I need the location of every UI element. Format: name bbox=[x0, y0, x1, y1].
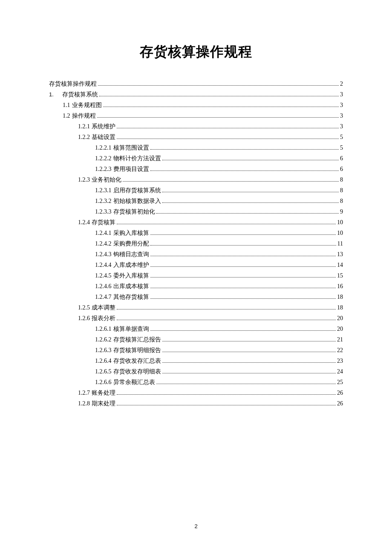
toc-entry[interactable]: 1.2.4.7其他存货核算18 bbox=[49, 292, 343, 302]
toc-text: 成本调整 bbox=[92, 302, 115, 313]
toc-page: 21 bbox=[337, 334, 343, 345]
toc-entry[interactable]: 1.2.1系统维护3 bbox=[49, 121, 343, 132]
toc-entry[interactable]: 1.2.6.3存货核算明细报告22 bbox=[49, 345, 343, 356]
toc-entry[interactable]: 1.2.6报表分析20 bbox=[49, 313, 343, 324]
toc-page: 18 bbox=[337, 302, 343, 313]
toc-text: 出库成本核算 bbox=[113, 281, 149, 292]
toc-text: 核算单据查询 bbox=[113, 324, 149, 334]
toc-number: 1.2.4 bbox=[78, 217, 90, 228]
toc-leader bbox=[162, 341, 336, 341]
toc-leader bbox=[117, 309, 336, 309]
toc-entry[interactable]: 1.2.2.1核算范围设置5 bbox=[49, 142, 343, 153]
toc-page: 24 bbox=[337, 366, 343, 377]
toc-leader bbox=[103, 107, 339, 107]
toc-leader bbox=[150, 330, 336, 331]
toc-entry[interactable]: 1.2.6.2存货核算汇总报告21 bbox=[49, 334, 343, 345]
toc-text: 存货核算汇总报告 bbox=[113, 334, 161, 345]
toc-entry[interactable]: 1.2.4.5委外入库核算15 bbox=[49, 270, 343, 281]
toc-leader bbox=[162, 192, 339, 192]
toc-entry[interactable]: 存货核算操作规程2 bbox=[49, 78, 343, 89]
toc-entry[interactable]: 1.2.3.1启用存货核算系统8 bbox=[49, 185, 343, 196]
toc-page: 9 bbox=[340, 206, 343, 217]
toc-entry[interactable]: 1.存货核算系统3 bbox=[49, 89, 343, 100]
toc-text: 报表分析 bbox=[92, 313, 115, 324]
toc-text: 存货核算系统 bbox=[62, 89, 98, 100]
toc-text: 账务处理 bbox=[92, 387, 115, 398]
toc-number: 1.2.6.5 bbox=[95, 366, 112, 377]
toc-number: 1. bbox=[49, 89, 54, 100]
toc-number: 1.2.6.2 bbox=[95, 334, 112, 345]
toc-text: 存货收发存汇总表 bbox=[113, 356, 161, 366]
toc-number: 1.2.4.7 bbox=[95, 292, 112, 302]
toc-leader bbox=[162, 362, 336, 363]
toc-entry[interactable]: 1.2.8期末处理26 bbox=[49, 398, 343, 409]
page-number: 2 bbox=[0, 523, 392, 529]
toc-number: 1.2.2.3 bbox=[95, 164, 112, 174]
toc-entry[interactable]: 1.2.3.2初始核算数据录入8 bbox=[49, 196, 343, 206]
toc-entry[interactable]: 1.2.4.3钩稽日志查询13 bbox=[49, 249, 343, 260]
toc-number: 1.2.2.1 bbox=[95, 142, 112, 153]
toc-leader bbox=[117, 320, 336, 320]
toc-page: 3 bbox=[340, 89, 343, 100]
toc-leader bbox=[123, 181, 339, 182]
toc-text: 启用存货核算系统 bbox=[113, 185, 161, 196]
toc-entry[interactable]: 1.2.3业务初始化8 bbox=[49, 174, 343, 185]
toc-number: 1.2.5 bbox=[78, 302, 90, 313]
toc-page: 8 bbox=[340, 185, 343, 196]
toc-entry[interactable]: 1.2.4存货核算10 bbox=[49, 217, 343, 228]
toc-entry[interactable]: 1.2.6.6异常余额汇总表25 bbox=[49, 377, 343, 387]
toc-entry[interactable]: 1.2.4.4入库成本维护14 bbox=[49, 260, 343, 270]
toc-leader bbox=[150, 234, 336, 235]
toc-leader bbox=[117, 224, 336, 224]
toc-number: 1.2.6 bbox=[78, 313, 90, 324]
toc-page: 5 bbox=[340, 142, 343, 153]
toc-page: 16 bbox=[337, 281, 343, 292]
toc-page: 3 bbox=[340, 100, 343, 110]
toc-number: 1.2.3.1 bbox=[95, 185, 112, 196]
toc-leader bbox=[156, 213, 339, 214]
toc-entry[interactable]: 1.2.5成本调整18 bbox=[49, 302, 343, 313]
toc-entry[interactable]: 1.2.6.1核算单据查询20 bbox=[49, 324, 343, 334]
toc-page: 6 bbox=[340, 153, 343, 164]
toc-text: 初始核算数据录入 bbox=[113, 196, 161, 206]
toc-page: 20 bbox=[337, 313, 343, 324]
toc-leader bbox=[98, 85, 339, 86]
toc-entry[interactable]: 1.2.4.2采购费用分配11 bbox=[49, 238, 343, 249]
toc-entry[interactable]: 1.2.2基础设置5 bbox=[49, 132, 343, 142]
toc-entry[interactable]: 1.2.4.6出库成本核算16 bbox=[49, 281, 343, 292]
document-page: 存货核算操作规程 存货核算操作规程21.存货核算系统31.1业务规程图31.2操… bbox=[0, 0, 392, 409]
toc-leader bbox=[150, 298, 336, 299]
toc-leader bbox=[150, 288, 336, 288]
toc-entry[interactable]: 1.2.7账务处理26 bbox=[49, 387, 343, 398]
toc-number: 1.2.8 bbox=[78, 398, 90, 409]
toc-text: 存货收发存明细表 bbox=[113, 366, 161, 377]
toc-leader bbox=[156, 384, 336, 384]
toc-entry[interactable]: 1.2.2.2物料计价方法设置6 bbox=[49, 153, 343, 164]
toc-text: 期末处理 bbox=[92, 398, 115, 409]
toc-text: 业务规程图 bbox=[72, 100, 102, 110]
toc-page: 5 bbox=[340, 132, 343, 142]
toc-page: 6 bbox=[340, 164, 343, 174]
toc-page: 18 bbox=[337, 292, 343, 302]
toc-entry[interactable]: 1.2.2.3费用项目设置6 bbox=[49, 164, 343, 174]
toc-number: 1.2.3.3 bbox=[95, 206, 112, 217]
toc-entry[interactable]: 1.1业务规程图3 bbox=[49, 100, 343, 110]
toc-page: 26 bbox=[337, 398, 343, 409]
toc-number: 1.2.2.2 bbox=[95, 153, 112, 164]
toc-number: 1.2.4.6 bbox=[95, 281, 112, 292]
toc-number: 1.2.4.1 bbox=[95, 228, 112, 238]
toc-leader bbox=[99, 96, 339, 96]
toc-page: 20 bbox=[337, 324, 343, 334]
document-title: 存货核算操作规程 bbox=[49, 43, 343, 61]
toc-number: 1.2.6.3 bbox=[95, 345, 112, 356]
toc-entry[interactable]: 1.2.3.3存货核算初始化9 bbox=[49, 206, 343, 217]
toc-entry[interactable]: 1.2操作规程3 bbox=[49, 110, 343, 121]
toc-text: 业务初始化 bbox=[92, 174, 121, 185]
toc-entry[interactable]: 1.2.6.5存货收发存明细表24 bbox=[49, 366, 343, 377]
toc-text: 存货核算操作规程 bbox=[49, 78, 97, 89]
toc-number: 1.2.7 bbox=[78, 387, 90, 398]
toc-entry[interactable]: 1.2.6.4存货收发存汇总表23 bbox=[49, 356, 343, 366]
toc-text: 存货核算初始化 bbox=[113, 206, 155, 217]
toc-entry[interactable]: 1.2.4.1采购入库核算10 bbox=[49, 228, 343, 238]
toc-text: 操作规程 bbox=[72, 110, 96, 121]
